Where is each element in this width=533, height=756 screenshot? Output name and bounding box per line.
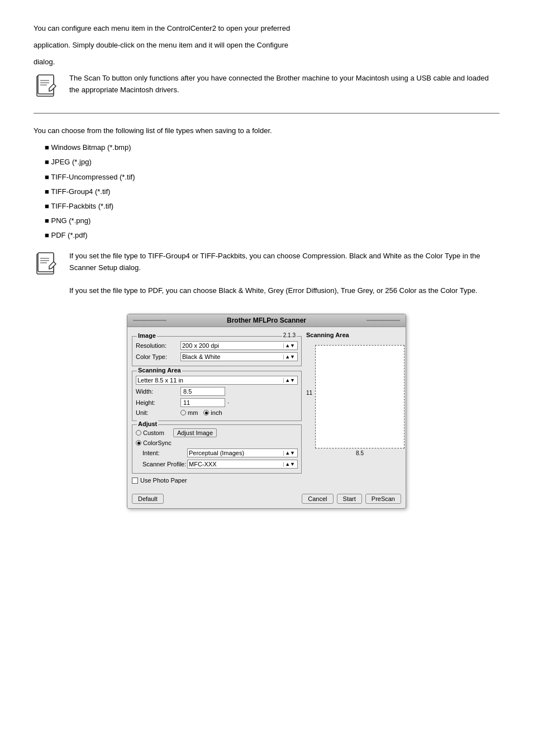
dialog-right-panel: Scanning Area 11 8.5 (306, 332, 401, 487)
scan-height-number: 11 (306, 389, 312, 395)
section1: You can configure each menu item in the … (34, 22, 499, 100)
svg-rect-1 (38, 75, 54, 94)
color-type-row: Color Type: Black & White ▲▼ (136, 352, 298, 361)
footer-right-buttons: Cancel Start PreScan (302, 494, 401, 504)
adjust-group: Adjust Custom Adjust Image (132, 424, 302, 474)
resolution-label: Resolution: (136, 342, 180, 349)
dialog-title: Brother MFLPro Scanner (227, 316, 306, 324)
scan-preview-box (315, 345, 404, 448)
unit-inch-option[interactable]: inch (203, 409, 222, 416)
scan-area-box-container: 8.5 (315, 341, 404, 456)
height-input[interactable] (180, 398, 225, 407)
colorsync-label: ColorSync (143, 440, 172, 446)
scanning-area-select[interactable]: Letter 8.5 x 11 in ▲▼ (136, 376, 298, 385)
unit-inch-label: inch (211, 409, 222, 416)
note-icon-2 (34, 251, 60, 277)
colorsync-radio[interactable] (136, 440, 141, 446)
section2-intro: You can choose from the following list o… (34, 125, 499, 137)
resolution-arrow: ▲▼ (283, 343, 296, 348)
section1-text2: application. Simply double-click on the … (34, 39, 499, 51)
colorsync-row: ColorSync (136, 440, 298, 446)
scanner-profile-select[interactable]: MFC-XXX ▲▼ (187, 460, 298, 469)
color-type-label: Color Type: (136, 353, 180, 360)
section2-item3: ■ TIFF-Uncompressed (*.tif) (45, 171, 499, 183)
scanner-dialog-wrapper: Brother MFLPro Scanner Image 2.1.3 Resol… (34, 314, 499, 509)
image-group: Image 2.1.3 Resolution: 200 x 200 dpi ▲▼ (132, 336, 302, 366)
unit-mm-label: mm (188, 409, 198, 416)
section2-item4: ■ TIFF-Group4 (*.tif) (45, 186, 499, 198)
custom-label: Custom (143, 429, 164, 436)
intent-value: Perceptual (Images) (189, 450, 283, 456)
unit-row: Unit: mm inch (136, 409, 298, 416)
scanning-area-arrow: ▲▼ (283, 378, 296, 383)
unit-label: Unit: (136, 409, 180, 416)
unit-inch-radio[interactable] (203, 410, 209, 415)
adjust-image-button[interactable]: Adjust Image (173, 428, 217, 437)
color-type-select[interactable]: Black & White ▲▼ (180, 352, 298, 361)
intent-label: Intent: (142, 450, 187, 456)
colorsync-radio-fill (137, 442, 140, 445)
dialog-titlebar: Brother MFLPro Scanner (127, 314, 406, 327)
note-text-2: If you set the file type to TIFF-Group4 … (69, 251, 499, 297)
start-button[interactable]: Start (337, 494, 362, 504)
scanner-profile-arrow: ▲▼ (283, 462, 296, 467)
height-dot: · (227, 399, 229, 406)
width-label: Width: (136, 388, 180, 395)
use-photo-paper-label: Use Photo Paper (140, 477, 187, 484)
resolution-row: Resolution: 200 x 200 dpi ▲▼ (136, 341, 298, 350)
height-label: Height: (136, 399, 180, 406)
use-photo-paper-row: Use Photo Paper (132, 477, 302, 484)
color-type-value: Black & White (182, 353, 283, 360)
note-block-2: If you set the file type to TIFF-Group4 … (34, 251, 499, 297)
note-text-1: The Scan To button only functions after … (69, 73, 499, 96)
scanning-area-title: Scanning Area (137, 367, 182, 374)
intent-select[interactable]: Perceptual (Images) ▲▼ (187, 448, 298, 457)
section1-text1: You can configure each menu item in the … (34, 22, 499, 35)
section2-item1: ■ Windows Bitmap (*.bmp) (45, 141, 499, 154)
cancel-button[interactable]: Cancel (302, 494, 333, 504)
section2: You can choose from the following list o… (34, 125, 499, 297)
section1-text3: dialog. (34, 56, 499, 68)
note-icon-1 (34, 73, 60, 100)
use-photo-paper-checkbox[interactable] (132, 478, 138, 484)
custom-radio[interactable] (136, 430, 141, 436)
intent-arrow: ▲▼ (283, 451, 296, 456)
dialog-left-panel: Image 2.1.3 Resolution: 200 x 200 dpi ▲▼ (132, 332, 302, 487)
section-divider (34, 113, 499, 114)
custom-radio-option[interactable]: Custom (136, 429, 164, 436)
scanner-dialog: Brother MFLPro Scanner Image 2.1.3 Resol… (127, 314, 406, 509)
unit-mm-option[interactable]: mm (180, 409, 198, 416)
scanning-area-row: Letter 8.5 x 11 in ▲▼ (136, 376, 298, 385)
scanner-profile-row: Scanner Profile: MFC-XXX ▲▼ (142, 460, 298, 469)
intent-row: Intent: Perceptual (Images) ▲▼ (142, 448, 298, 457)
section2-item5: ■ TIFF-Packbits (*.tif) (45, 200, 499, 212)
width-input[interactable] (180, 387, 225, 396)
scanning-area-group: Scanning Area Letter 8.5 x 11 in ▲▼ Widt… (132, 371, 302, 421)
adjust-title: Adjust (137, 420, 158, 427)
dialog-version: 2.1.3 (282, 332, 297, 338)
scanner-profile-label: Scanner Profile: (142, 461, 187, 467)
unit-inch-radio-fill (205, 412, 208, 414)
resolution-select[interactable]: 200 x 200 dpi ▲▼ (180, 341, 298, 350)
height-row: Height: · (136, 398, 298, 407)
scanner-profile-value: MFC-XXX (189, 461, 283, 467)
section2-item6: ■ PNG (*.png) (45, 215, 499, 227)
section2-item2: ■ JPEG (*.jpg) (45, 156, 499, 168)
scan-width-number: 8.5 (356, 450, 364, 456)
width-row: Width: (136, 387, 298, 396)
color-type-arrow: ▲▼ (283, 355, 296, 360)
resolution-value: 200 x 200 dpi (182, 342, 283, 349)
scanning-area-value: Letter 8.5 x 11 in (137, 377, 283, 384)
colorsync-radio-option[interactable]: ColorSync (136, 440, 172, 446)
svg-rect-7 (38, 253, 54, 272)
section2-item7: ■ PDF (*.pdf) (45, 229, 499, 242)
unit-mm-radio[interactable] (180, 410, 186, 415)
default-button[interactable]: Default (132, 494, 164, 504)
prescan-button[interactable]: PreScan (365, 494, 401, 504)
adjust-custom-row: Custom Adjust Image (136, 428, 298, 437)
note-block-1: The Scan To button only functions after … (34, 73, 499, 100)
dialog-footer: Default Cancel Start PreScan (127, 492, 406, 508)
page-content: You can configure each menu item in the … (0, 0, 533, 531)
image-group-title: Image (137, 332, 157, 339)
scan-preview-container: 11 8.5 (306, 341, 401, 456)
